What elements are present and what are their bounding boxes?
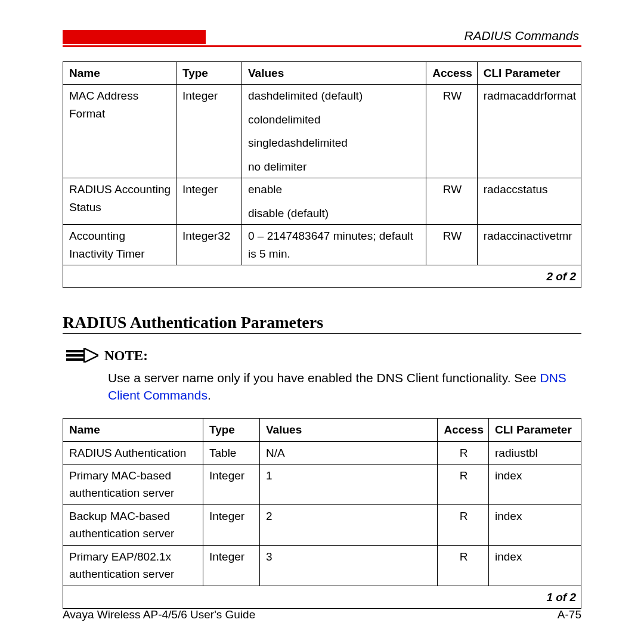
table-row: Primary MAC-based authentication server … [63,464,581,504]
cell-type: Integer32 [177,225,242,265]
page-footer: Avaya Wireless AP-4/5/6 User's Guide A-7… [63,608,581,621]
table-pager: 1 of 2 [63,586,581,608]
table-pager: 2 of 2 [63,265,581,287]
cell-access: RW [426,225,478,265]
cell-values: 1 [260,464,438,504]
footer-guide-title: Avaya Wireless AP-4/5/6 User's Guide [63,608,255,621]
note-block: NOTE: [66,348,581,364]
cell-cli: radaccinactivetmr [477,225,581,265]
cell-access: R [438,464,489,504]
table-pager-row: 2 of 2 [63,265,581,287]
svg-rect-0 [66,350,84,352]
cell-values: N/A [260,441,438,464]
col-name: Name [63,62,177,85]
cell-type: Integer [177,178,242,225]
col-access: Access [426,62,478,85]
svg-rect-1 [66,354,84,357]
cell-type: Integer [203,504,260,545]
cell-name: MAC Address Format [63,85,177,178]
note-label: NOTE: [104,348,148,364]
table-row: Accounting Inactivity Timer Integer32 0 … [63,225,581,265]
cell-name: Accounting Inactivity Timer [63,225,177,265]
radius-auth-params-table: Name Type Values Access CLI Parameter RA… [63,418,581,609]
cell-values: 3 [260,545,438,586]
note-text: Use a server name only if you have enabl… [108,370,581,404]
cell-name: Primary EAP/802.1x authentication server [63,545,203,586]
table-row: MAC Address Format Integer dashdelimited… [63,85,581,178]
section-heading: RADIUS Authentication Parameters [63,313,581,332]
note-arrow-icon [66,348,98,363]
cell-name: Primary MAC-based authentication server [63,464,203,504]
cell-name: RADIUS Accounting Status [63,178,177,225]
cell-cli: radmacaddrformat [477,85,581,178]
cell-values: dashdelimited (default) colondelimited s… [242,85,426,178]
table-row: RADIUS Accounting Status Integer enable … [63,178,581,225]
cell-cli: index [489,464,581,504]
table-row: Backup MAC-based authentication server I… [63,504,581,545]
svg-rect-2 [66,358,84,361]
cell-access: RW [426,85,478,178]
header-section-title: RADIUS Commands [206,29,581,44]
cell-type: Integer [203,545,260,586]
col-access: Access [438,419,489,441]
cell-cli: radaccstatus [477,178,581,225]
svg-marker-3 [84,348,98,363]
cell-access: R [438,504,489,545]
section-rule [63,333,581,334]
header-accent-bar [63,30,206,44]
cell-cli: index [489,545,581,586]
table-row: Primary EAP/802.1x authentication server… [63,545,581,586]
cell-values: enable disable (default) [242,178,426,225]
cell-access: R [438,545,489,586]
cell-type: Integer [203,464,260,504]
radius-params-table: Name Type Values Access CLI Parameter MA… [63,61,581,288]
cell-cli: index [489,504,581,545]
cell-access: RW [426,178,478,225]
table-pager-row: 1 of 2 [63,586,581,608]
table-header-row: Name Type Values Access CLI Parameter [63,62,581,85]
cell-name: Backup MAC-based authentication server [63,504,203,545]
cell-cli: radiustbl [489,441,581,464]
page-header: RADIUS Commands [63,29,581,47]
table-row: RADIUS Authentication Table N/A R radius… [63,441,581,464]
col-type: Type [203,419,260,441]
col-type: Type [177,62,242,85]
col-values: Values [260,419,438,441]
cell-values: 2 [260,504,438,545]
cell-access: R [438,441,489,464]
footer-page-number: A-75 [558,608,581,621]
col-name: Name [63,419,203,441]
cell-values: 0 – 2147483647 minutes; default is 5 min… [242,225,426,265]
cell-type: Table [203,441,260,464]
col-cli: CLI Parameter [477,62,581,85]
cell-type: Integer [177,85,242,178]
col-cli: CLI Parameter [489,419,581,441]
cell-name: RADIUS Authentication [63,441,203,464]
col-values: Values [242,62,426,85]
table-header-row: Name Type Values Access CLI Parameter [63,419,581,441]
